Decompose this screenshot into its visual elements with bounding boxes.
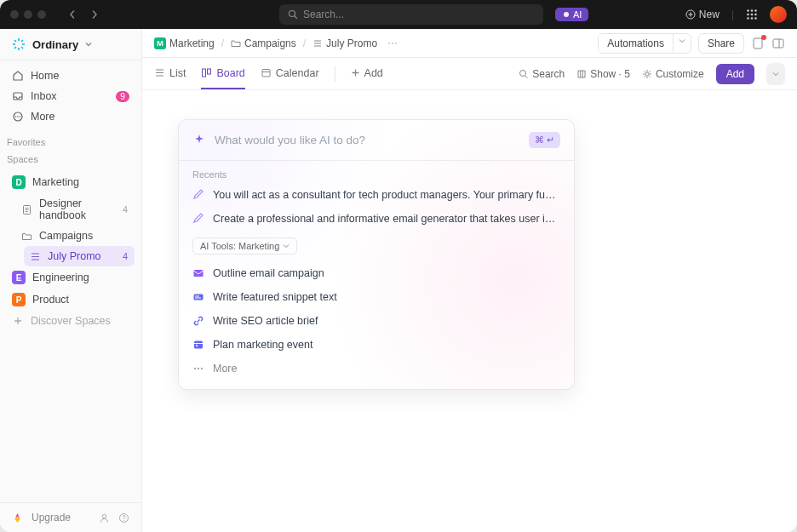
svg-rect-22 xyxy=(773,39,783,48)
sidebar: Ordinary Home Inbox 9 More Favorite xyxy=(0,29,142,532)
space-engineering[interactable]: E Engineering xyxy=(7,266,135,289)
plus-circle-icon xyxy=(685,9,696,20)
svg-point-36 xyxy=(201,368,203,369)
svg-rect-21 xyxy=(754,38,762,49)
global-search[interactable]: Search... xyxy=(279,4,543,25)
automations-dropdown[interactable] xyxy=(673,34,691,53)
search-button[interactable]: Search xyxy=(519,68,565,80)
svg-point-35 xyxy=(198,368,199,369)
ai-tools-dropdown[interactable]: AI Tools: Marketing xyxy=(192,237,297,255)
svg-point-20 xyxy=(123,519,124,520)
svg-rect-25 xyxy=(262,70,270,77)
ai-chip[interactable]: AI xyxy=(555,8,588,21)
svg-point-10 xyxy=(751,17,754,20)
apps-grid-icon[interactable] xyxy=(746,9,758,20)
inbox-icon xyxy=(12,90,24,102)
space-product[interactable]: P Product xyxy=(7,289,135,311)
list-icon xyxy=(312,38,323,49)
tool-seo[interactable]: Write SEO article brief xyxy=(179,309,574,333)
upgrade-icon xyxy=(12,512,23,523)
ai-input[interactable]: What would you like AI to do? ⌘ ↵ xyxy=(179,120,574,160)
automations-button[interactable]: Automations xyxy=(599,34,673,53)
sidebar-designer-handbook[interactable]: Designer handbook 4 xyxy=(15,193,135,226)
search-icon xyxy=(519,69,529,79)
back-button[interactable] xyxy=(63,5,82,24)
recent-item-1[interactable]: Create a professional and informative em… xyxy=(179,207,574,231)
space-letter-icon: E xyxy=(12,271,26,284)
add-dropdown[interactable] xyxy=(766,63,785,85)
chevron-down-icon xyxy=(85,41,92,48)
new-button[interactable]: New xyxy=(685,9,720,20)
folder-icon xyxy=(20,230,32,242)
sidebar-july-promo[interactable]: July Promo 4 xyxy=(24,246,135,266)
svg-point-9 xyxy=(747,17,749,20)
breadcrumb-more-icon[interactable]: ⋯ xyxy=(387,37,398,49)
search-placeholder: Search... xyxy=(303,9,344,20)
tool-snippet[interactable]: Write featured snippet text xyxy=(179,285,574,309)
svg-point-6 xyxy=(747,14,749,16)
panel-toggle-icon[interactable] xyxy=(771,37,785,50)
board-icon xyxy=(201,67,212,78)
svg-point-26 xyxy=(520,70,526,76)
keyboard-shortcut: ⌘ ↵ xyxy=(529,132,560,148)
tab-calendar[interactable]: Calendar xyxy=(261,58,319,89)
link-icon xyxy=(192,315,204,327)
recent-item-0[interactable]: You will act as a consultant for tech pr… xyxy=(179,183,574,207)
crumb-campaigns[interactable]: Campaigns xyxy=(231,37,296,49)
forward-button[interactable] xyxy=(85,5,104,24)
crumb-july-promo[interactable]: July Promo xyxy=(312,37,377,49)
tab-board[interactable]: Board xyxy=(201,58,244,89)
close-dot[interactable] xyxy=(10,10,19,19)
space-marketing[interactable]: D Marketing xyxy=(7,171,135,193)
list-icon xyxy=(29,250,41,262)
user-avatar[interactable] xyxy=(770,6,787,23)
maximize-dot[interactable] xyxy=(37,10,46,19)
svg-point-1 xyxy=(564,12,569,17)
svg-point-27 xyxy=(645,72,649,76)
show-button[interactable]: Show · 5 xyxy=(576,68,630,80)
calendar-icon xyxy=(192,339,204,351)
gear-icon xyxy=(642,69,652,79)
svg-point-34 xyxy=(194,368,196,369)
svg-point-14 xyxy=(15,116,17,117)
workspace-switcher[interactable]: Ordinary xyxy=(0,29,141,60)
help-icon[interactable] xyxy=(118,512,129,523)
crumb-marketing[interactable]: M Marketing xyxy=(154,37,215,49)
view-tabs: List Board Calendar Add xyxy=(142,58,797,90)
svg-rect-23 xyxy=(203,69,206,77)
tool-outline-email[interactable]: Outline email campaign xyxy=(179,261,574,285)
chevron-down-icon xyxy=(283,243,290,249)
svg-point-3 xyxy=(747,9,749,12)
discover-spaces[interactable]: Discover Spaces xyxy=(7,311,135,331)
svg-point-15 xyxy=(17,116,19,117)
titlebar: Search... AI New | xyxy=(0,0,797,29)
minimize-dot[interactable] xyxy=(24,10,32,19)
tab-add-view[interactable]: Add xyxy=(351,58,383,89)
ai-more[interactable]: More xyxy=(179,357,574,380)
svg-point-4 xyxy=(751,9,754,12)
tab-list[interactable]: List xyxy=(154,58,186,89)
svg-point-5 xyxy=(754,9,757,12)
add-button[interactable]: Add xyxy=(716,64,754,84)
share-button[interactable]: Share xyxy=(698,33,744,54)
mail-icon xyxy=(192,267,204,279)
breadcrumb-bar: M Marketing / Campaigns / July Promo ⋯ A… xyxy=(142,29,797,58)
pencil-icon xyxy=(192,213,204,225)
person-icon[interactable] xyxy=(99,512,110,523)
upgrade-link[interactable]: Upgrade xyxy=(32,512,90,523)
svg-point-0 xyxy=(290,11,295,17)
folder-icon xyxy=(231,38,241,49)
svg-rect-29 xyxy=(194,295,204,300)
notification-icon[interactable] xyxy=(751,37,765,50)
inbox-badge: 9 xyxy=(116,91,129,102)
sidebar-campaigns[interactable]: Campaigns xyxy=(15,226,135,246)
tool-event[interactable]: Plan marketing event xyxy=(179,333,574,357)
sidebar-inbox[interactable]: Inbox 9 xyxy=(7,86,135,106)
workspace-logo-icon xyxy=(12,37,26,51)
list-icon xyxy=(154,67,165,78)
workspace-name: Ordinary xyxy=(32,38,78,51)
sidebar-more[interactable]: More xyxy=(7,106,135,127)
sidebar-home[interactable]: Home xyxy=(7,66,135,86)
search-icon xyxy=(288,9,298,20)
customize-button[interactable]: Customize xyxy=(642,68,704,80)
